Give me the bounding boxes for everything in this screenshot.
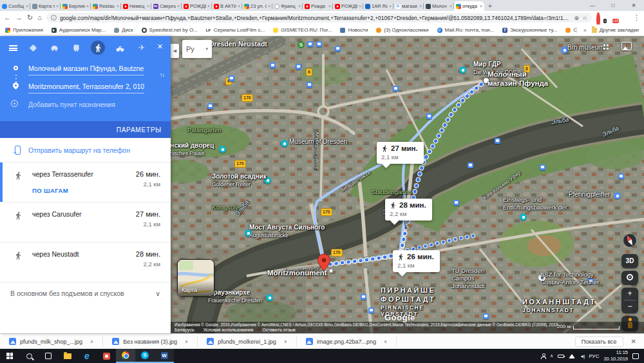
bookmark-item[interactable]: Приложения [5,27,43,33]
download-menu-chevron[interactable]: ∧ [185,339,188,344]
page-info-icon[interactable]: i [51,15,57,21]
mode-transit-icon[interactable] [70,41,84,55]
browser-tab[interactable]: РОЖДЕ× [333,1,363,11]
transit-stop-icon[interactable] [540,164,545,170]
clock[interactable]: 11:15 20.10.2019 [603,349,628,362]
browser-tab[interactable]: 1AR Ro× [363,1,393,11]
poi-icon[interactable] [614,192,621,199]
tab-close-icon[interactable]: × [419,4,422,8]
download-menu-chevron[interactable]: ∧ [90,339,93,344]
tab-close-icon[interactable]: × [268,4,270,8]
bookmark-item[interactable]: Новости [340,27,368,33]
poi-icon[interactable] [520,213,527,221]
close-icon[interactable]: ✕ [623,0,644,11]
minimize-icon[interactable]: — [582,0,603,11]
bookmark-item[interactable]: Mail.Ru: почта, пои... [437,27,495,33]
tab-close-icon[interactable]: × [450,4,452,8]
bookmarks-overflow-icon[interactable]: » [583,27,587,34]
tab-close-icon[interactable]: × [117,4,119,8]
browser-tab[interactable]: В АКТИ× [212,1,242,11]
poi-icon[interactable] [459,66,466,74]
start-button[interactable] [0,349,19,363]
transit-stop-icon[interactable] [393,86,399,92]
tab-close-icon[interactable]: × [26,4,28,8]
transit-stop-icon[interactable] [335,46,341,52]
route-details-link[interactable]: ПО ШАГАМ [32,187,68,194]
browser-tab[interactable]: 23 ул. С× [242,1,272,11]
chrome-taskbar-icon[interactable] [116,349,135,363]
mode-best-icon[interactable] [26,41,40,55]
show-all-downloads-button[interactable]: Показать все [575,337,623,347]
attribution-link[interactable]: Оставить отзыв [262,328,295,332]
action-center-icon[interactable] [632,353,639,359]
mode-bike-icon[interactable] [113,41,127,55]
tab-close-icon[interactable]: × [359,4,361,8]
route-option[interactable]: через Terrassenufer26 мин.2,1 кмПО ШАГАМ [0,162,171,202]
battery-icon[interactable] [558,355,564,358]
add-destination-row[interactable]: + Добавить пункт назначения [0,98,171,115]
hidden-icons-chevron[interactable]: ∧ [550,353,553,358]
3d-toggle-button[interactable]: 3D [621,254,638,268]
browser-tab[interactable]: Немец× [121,1,151,11]
tab-close-icon[interactable]: × [147,4,149,8]
transit-stop-icon[interactable] [361,294,366,300]
transit-stop-icon[interactable] [229,75,234,81]
url-text[interactable]: google.com/maps/dir/Молочный+магазин+Пфу… [60,15,571,21]
options-button[interactable]: ПАРАМЕТРЫ [117,126,162,133]
bookmark-item[interactable]: GISMETEO.RU: Пог... [273,27,332,33]
home-icon[interactable]: ⌂ [37,14,42,21]
download-menu-chevron[interactable]: ∧ [384,339,387,344]
bookmark-star-icon[interactable]: ☆ [582,15,587,21]
transit-stop-icon[interactable] [368,308,374,313]
bookmark-item[interactable]: Speedtest.net by O... [142,27,198,33]
browser-tab[interactable]: Франц× [272,1,303,11]
volume-icon[interactable]: ◄) [580,354,584,358]
browser-tab[interactable]: магази× [393,1,424,11]
attribution-link[interactable]: Условия использования [204,328,254,332]
tab-close-icon[interactable]: × [56,4,59,8]
tab-close-icon[interactable]: × [328,4,331,8]
people-icon[interactable] [540,353,545,358]
chrome-menu-icon[interactable]: ⋮ [633,14,640,21]
route-option[interactable]: через Carusufer27 мин.2,1 км [0,202,171,242]
media-app-icon[interactable] [97,349,116,363]
zoom-out-button[interactable]: − [621,300,638,313]
task-view-icon[interactable] [39,349,58,363]
download-menu-chevron[interactable]: ∧ [284,339,287,344]
poi-icon[interactable] [281,140,288,147]
bookmark-item[interactable]: Экскурсионные ту... [502,27,557,33]
transit-stop-icon[interactable] [495,138,500,144]
browser-tab[interactable]: Restau× [91,1,121,11]
download-item[interactable]: Без названия (3).jpg∧ [103,337,198,347]
forward-icon[interactable]: → [15,14,23,21]
maximize-icon[interactable]: □ [603,0,623,11]
tab-close-icon[interactable]: × [207,4,210,8]
reload-icon[interactable]: ↻ [27,14,33,21]
word-taskbar-icon[interactable]: W [155,349,174,363]
transit-stop-icon[interactable] [307,41,313,47]
new-tab-button[interactable]: + [484,1,496,11]
download-item[interactable]: pfunds_milk_shop_...jpg∧ [0,337,103,347]
skype-taskbar-icon[interactable]: S [135,349,155,363]
mode-flight-icon[interactable]: ✈ [135,41,149,55]
zoom-in-button[interactable]: + [621,288,638,300]
zoom-page-icon[interactable]: ⊕ [574,15,579,21]
origin-input[interactable]: Молочный магазин Пфунда, Bautzner [28,64,144,75]
browser-tab[interactable]: Сверхъ× [151,1,182,11]
address-bar[interactable]: i google.com/maps/dir/Молочный+магазин+П… [46,13,592,23]
poi-icon[interactable] [266,294,273,301]
transit-stop-icon[interactable] [618,173,624,179]
browser-tab[interactable]: Рожде× [303,1,333,11]
extension-icon[interactable]: +14 [609,14,616,22]
swap-locations-icon[interactable]: ↑↓ [160,72,164,78]
transit-stop-icon[interactable] [207,103,213,109]
transit-stop-icon[interactable] [453,200,459,206]
route-time-bubble[interactable]: 26 мин.2,1 км [393,250,440,272]
close-directions-icon[interactable]: ✕ [157,43,163,51]
tab-close-icon[interactable]: × [238,4,240,8]
close-downloads-icon[interactable]: ✕ [631,338,636,345]
browser-tab[interactable]: откуда× [454,1,484,11]
browser-tab[interactable]: РОЖДЕ× [182,1,212,11]
tab-close-icon[interactable]: × [86,4,89,8]
map-canvas[interactable]: Dresden NeustadtBrn museumМир ГДРDie Wel… [171,36,644,333]
